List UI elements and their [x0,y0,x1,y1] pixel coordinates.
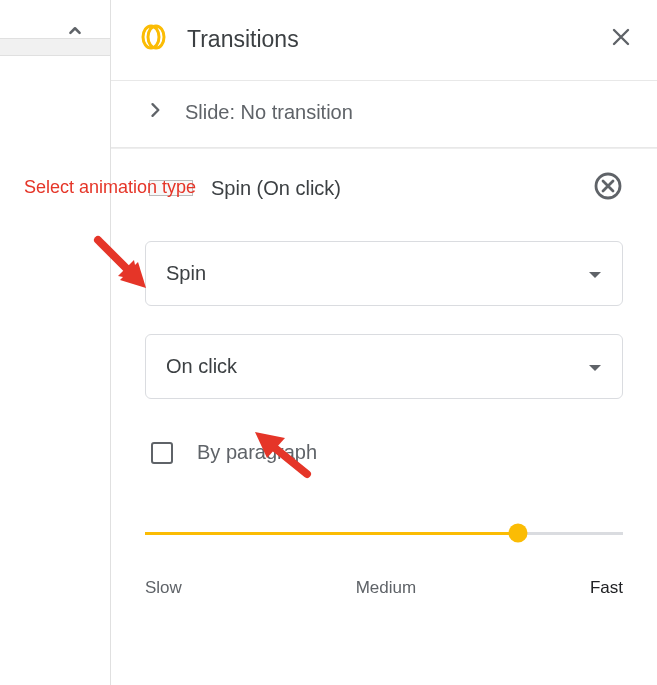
slide-transition-row[interactable]: Slide: No transition [111,81,657,148]
remove-animation-icon[interactable] [593,171,623,205]
animation-section: Spin (On click) Spin On click By paragra… [111,148,657,598]
left-sidebar-strip [0,0,110,685]
animation-trigger-value: On click [166,355,237,378]
caret-down-icon [588,262,602,285]
animation-trigger-dropdown[interactable]: On click [145,334,623,399]
caret-down-icon [588,355,602,378]
object-thumbnail [149,180,193,196]
transitions-panel: Transitions Slide: No transition Spin (O… [110,0,657,685]
animation-title: Spin (On click) [211,177,341,200]
checkbox-icon [151,442,173,464]
chevron-up-icon[interactable] [62,20,88,46]
speed-labels: Slow Medium Fast [145,578,623,598]
chevron-right-icon [145,99,165,125]
animation-type-value: Spin [166,262,206,285]
transitions-icon [139,22,169,56]
animation-header: Spin (On click) [145,149,623,213]
by-paragraph-label: By paragraph [197,441,317,464]
speed-slider[interactable] [145,524,623,544]
slider-thumb[interactable] [508,524,527,543]
by-paragraph-checkbox[interactable]: By paragraph [145,441,623,464]
animation-type-dropdown[interactable]: Spin [145,241,623,306]
panel-header: Transitions [111,0,657,81]
slider-fill [145,532,518,535]
speed-medium-label: Medium [356,578,416,598]
speed-fast-label: Fast [590,578,623,598]
slide-transition-label: Slide: No transition [185,101,353,124]
speed-slow-label: Slow [145,578,182,598]
close-icon[interactable] [609,25,633,53]
panel-title: Transitions [187,26,299,53]
left-divider-bar [0,38,110,56]
